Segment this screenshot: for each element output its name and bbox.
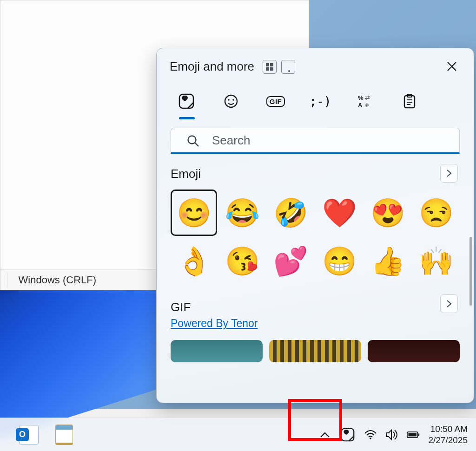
emoji-item[interactable]: 🙌 [413,238,460,284]
svg-text:A: A [358,102,363,108]
gif-row [171,340,460,362]
gif-provider-link[interactable]: Powered By Tenor [171,317,258,329]
grid-icon [266,63,273,71]
layout-compact-button[interactable] [281,60,295,74]
recent-sticker-icon [341,428,355,442]
emoji-item[interactable]: 😂 [219,190,265,236]
emoji-item[interactable]: 😊 [171,190,217,236]
emoji-section-next[interactable] [440,164,458,183]
chevron-up-icon [320,431,330,438]
emoji-item[interactable]: 👌 [171,238,217,284]
emoji-item[interactable]: 😁 [316,238,363,284]
chevron-right-icon [446,169,452,177]
gif-tile[interactable] [171,340,263,362]
svg-line-14 [195,143,198,146]
category-tabs: GIF ;-) %⇄A+ [157,78,474,114]
taskbar-app-outlook[interactable] [17,423,41,447]
clock-date: 2/27/2025 [428,435,468,446]
svg-point-13 [188,136,196,144]
svg-point-2 [228,99,230,101]
tab-kaomoji[interactable]: ;-) [310,89,331,114]
svg-point-1 [225,95,237,107]
status-zoom: % [0,272,7,288]
battery-icon [407,430,420,439]
emoji-item[interactable]: 🤣 [268,190,314,236]
taskbar-clock[interactable]: 10:50 AM 2/27/2025 [428,424,468,446]
tray-overflow-button[interactable] [318,428,331,441]
close-icon [447,61,457,72]
wifi-icon [364,430,377,440]
svg-rect-19 [409,433,417,436]
symbols-icon: %⇄A+ [358,94,372,108]
taskbar-app-notepad[interactable] [52,423,76,447]
gif-section-title: GIF [171,300,460,314]
clipboard-icon [403,94,416,109]
emoji-item[interactable]: 💕 [268,238,314,284]
kaomoji-icon: ;-) [310,94,331,108]
gif-section-next[interactable] [440,294,458,313]
taskbar: 10:50 AM 2/27/2025 [0,418,476,451]
emoji-item[interactable]: 👍 [364,238,411,284]
emoji-section-title: Emoji [171,167,460,181]
gif-icon: GIF [266,96,285,107]
speaker-icon [385,429,398,440]
tab-symbols[interactable]: %⇄A+ [355,89,375,114]
battery-button[interactable] [407,428,420,441]
emoji-item[interactable]: 😘 [219,238,265,284]
panel-scrollbar[interactable] [469,237,472,306]
tab-emoji[interactable] [221,89,241,114]
emoji-panel: Emoji and more GIF ;-) %⇄A+ [156,48,474,403]
search-input[interactable] [171,128,460,154]
emoji-taskbar-button[interactable] [340,428,356,441]
tab-gif[interactable]: GIF [265,89,286,114]
layout-grid-button[interactable] [263,60,277,74]
svg-rect-18 [418,433,420,436]
tab-recent[interactable] [176,89,197,114]
gif-tile[interactable] [269,340,361,362]
volume-button[interactable] [385,428,398,441]
emoji-grid: 😊 😂 🤣 ❤️ 😍 😒 👌 😘 💕 😁 👍 🙌 [171,190,460,284]
svg-point-3 [232,99,234,101]
search-icon [186,134,199,149]
svg-point-16 [370,438,372,439]
outlook-icon [19,425,39,444]
gif-tile[interactable] [368,340,460,362]
recent-sticker-icon [178,93,194,109]
close-button[interactable] [443,58,461,75]
smiley-icon [224,94,238,109]
svg-text:%: % [358,94,364,101]
emoji-item[interactable]: 😍 [364,190,411,236]
panel-title: Emoji and more [170,59,254,74]
emoji-item[interactable]: ❤️ [316,190,363,236]
notepad-icon [55,425,73,445]
emoji-item[interactable]: 😒 [413,190,460,236]
status-line-ending: Windows (CRLF) [7,272,107,288]
clock-time: 10:50 AM [428,424,468,435]
svg-text:⇄: ⇄ [365,94,370,101]
svg-text:+: + [365,101,369,108]
wifi-button[interactable] [364,428,377,441]
chevron-right-icon [446,300,452,308]
dot-icon [288,70,290,72]
tab-clipboard[interactable] [399,89,420,114]
